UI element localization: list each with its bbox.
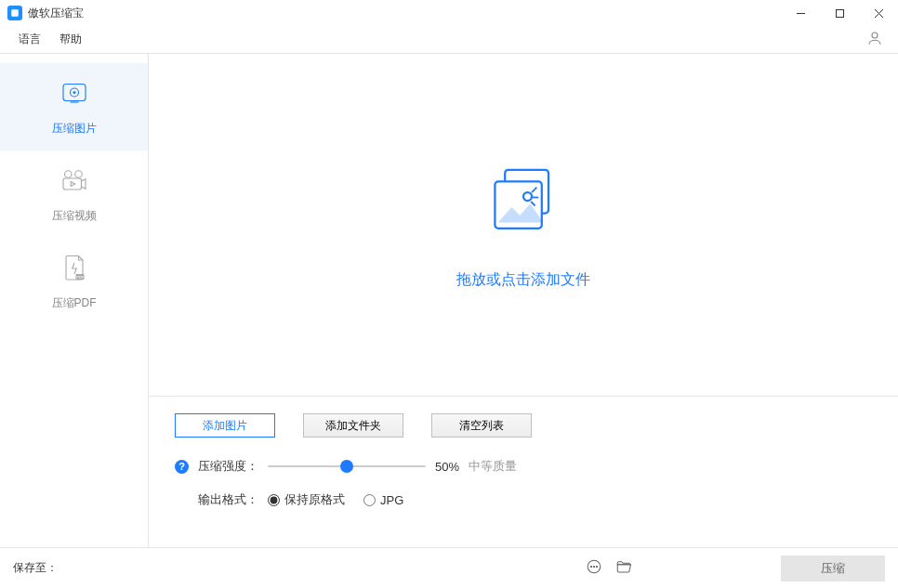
pdf-compress-icon: PDF — [58, 252, 91, 288]
radio-jpg-input[interactable] — [363, 494, 376, 506]
radio-jpg[interactable]: JPG — [363, 493, 403, 507]
user-icon — [866, 30, 883, 49]
sidebar-item-label: 压缩图片 — [52, 121, 97, 137]
svg-point-24 — [593, 566, 594, 567]
add-folder-button[interactable]: 添加文件夹 — [303, 413, 403, 438]
radio-keep-format[interactable]: 保持原格式 — [268, 491, 345, 508]
svg-point-10 — [64, 171, 72, 178]
ellipsis-icon — [586, 558, 602, 578]
svg-point-23 — [590, 566, 591, 567]
image-compress-icon — [58, 77, 91, 113]
svg-rect-12 — [63, 178, 82, 189]
app-icon — [7, 6, 22, 20]
footer: 保存至： 压缩 — [0, 547, 898, 588]
sidebar-item-pdf[interactable]: PDF 压缩PDF — [0, 238, 148, 325]
strength-label: 压缩强度： — [198, 458, 258, 475]
output-format-label: 输出格式： — [198, 491, 258, 508]
sidebar-item-video[interactable]: 压缩视频 — [0, 150, 148, 238]
maximize-button[interactable] — [820, 0, 859, 26]
compress-button[interactable]: 压缩 — [781, 555, 885, 581]
svg-point-5 — [872, 33, 878, 38]
svg-rect-0 — [11, 9, 19, 17]
folder-icon — [615, 558, 632, 578]
minimize-button[interactable] — [781, 0, 820, 26]
window-controls — [781, 0, 898, 26]
svg-rect-2 — [836, 9, 843, 17]
radio-keep-format-label: 保持原格式 — [284, 491, 345, 508]
svg-point-11 — [74, 171, 82, 178]
account-button[interactable] — [861, 26, 889, 54]
quality-label: 中等质量 — [469, 458, 517, 475]
titlebar: 傲软压缩宝 — [0, 0, 898, 26]
svg-text:PDF: PDF — [76, 276, 84, 280]
open-folder-button[interactable] — [615, 558, 632, 578]
menu-help[interactable]: 帮助 — [50, 28, 91, 51]
more-options-button[interactable] — [586, 558, 602, 578]
svg-point-8 — [73, 91, 75, 94]
svg-marker-13 — [71, 182, 75, 187]
help-icon[interactable]: ? — [175, 460, 189, 474]
svg-point-25 — [596, 566, 597, 567]
clear-list-button[interactable]: 清空列表 — [431, 413, 532, 438]
menubar: 语言 帮助 — [0, 26, 898, 54]
menu-language[interactable]: 语言 — [9, 28, 50, 51]
add-image-button[interactable]: 添加图片 — [175, 413, 275, 438]
sidebar: 压缩图片 压缩视频 PDF 压缩PDF — [0, 54, 149, 547]
radio-keep-format-input[interactable] — [268, 494, 280, 506]
sidebar-item-label: 压缩视频 — [52, 208, 97, 224]
sidebar-item-image[interactable]: 压缩图片 — [0, 63, 148, 150]
close-button[interactable] — [859, 0, 898, 26]
radio-jpg-label: JPG — [380, 493, 403, 507]
video-compress-icon — [58, 164, 91, 201]
dropzone[interactable]: 拖放或点击添加文件 — [149, 54, 898, 396]
dropzone-hint: 拖放或点击添加文件 — [456, 270, 590, 290]
app-title: 傲软压缩宝 — [28, 6, 84, 21]
main-panel: 拖放或点击添加文件 添加图片 添加文件夹 清空列表 ? 压缩强度： 50% 中等… — [149, 54, 898, 547]
strength-slider[interactable] — [268, 465, 426, 467]
save-to-label: 保存至： — [13, 560, 58, 576]
controls-panel: 添加图片 添加文件夹 清空列表 ? 压缩强度： 50% 中等质量 输出格式： 保… — [149, 396, 898, 547]
strength-percent: 50% — [435, 460, 459, 474]
picture-stack-icon — [482, 160, 565, 246]
sidebar-item-label: 压缩PDF — [52, 295, 97, 311]
